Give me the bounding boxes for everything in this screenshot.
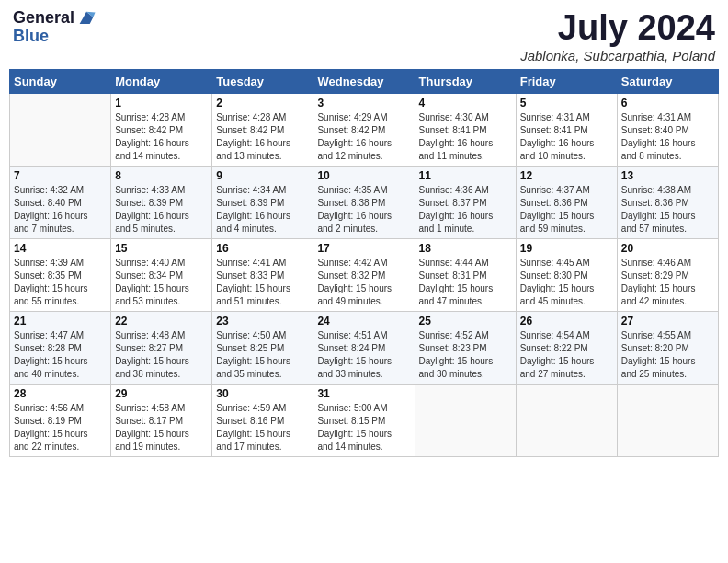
calendar-cell: 19Sunrise: 4:45 AM Sunset: 8:30 PM Dayli… <box>516 238 617 311</box>
day-info: Sunrise: 4:37 AM Sunset: 8:36 PM Dayligh… <box>520 184 613 236</box>
day-number: 8 <box>115 169 208 182</box>
day-info: Sunrise: 4:30 AM Sunset: 8:41 PM Dayligh… <box>419 111 512 163</box>
day-info: Sunrise: 4:48 AM Sunset: 8:27 PM Dayligh… <box>115 329 208 381</box>
day-number: 26 <box>520 315 613 327</box>
day-number: 13 <box>621 169 714 182</box>
calendar-week-row: 7Sunrise: 4:32 AM Sunset: 8:40 PM Daylig… <box>10 166 719 238</box>
day-info: Sunrise: 4:54 AM Sunset: 8:22 PM Dayligh… <box>520 329 613 381</box>
weekday-header-sunday: Sunday <box>10 69 111 93</box>
calendar-cell: 3Sunrise: 4:29 AM Sunset: 8:42 PM Daylig… <box>313 93 415 166</box>
calendar-cell: 23Sunrise: 4:50 AM Sunset: 8:25 PM Dayli… <box>212 311 313 384</box>
calendar-cell: 5Sunrise: 4:31 AM Sunset: 8:41 PM Daylig… <box>516 93 617 166</box>
calendar-cell: 24Sunrise: 4:51 AM Sunset: 8:24 PM Dayli… <box>313 311 415 384</box>
day-number: 2 <box>216 97 309 109</box>
calendar-cell: 22Sunrise: 4:48 AM Sunset: 8:27 PM Dayli… <box>111 311 212 384</box>
calendar-title: July 2024 <box>520 9 715 48</box>
day-info: Sunrise: 4:51 AM Sunset: 8:24 PM Dayligh… <box>317 329 410 381</box>
calendar-cell: 21Sunrise: 4:47 AM Sunset: 8:28 PM Dayli… <box>10 311 111 384</box>
calendar-cell: 27Sunrise: 4:55 AM Sunset: 8:20 PM Dayli… <box>617 311 718 384</box>
day-number: 16 <box>216 242 309 255</box>
calendar-cell <box>415 384 516 456</box>
day-number: 7 <box>14 169 107 182</box>
weekday-header-saturday: Saturday <box>617 69 718 93</box>
weekday-header-tuesday: Tuesday <box>212 69 313 93</box>
calendar-cell: 12Sunrise: 4:37 AM Sunset: 8:36 PM Dayli… <box>516 166 617 238</box>
day-number: 11 <box>419 169 512 182</box>
day-number: 15 <box>115 242 208 255</box>
day-info: Sunrise: 4:35 AM Sunset: 8:38 PM Dayligh… <box>317 184 410 236</box>
day-number: 12 <box>520 169 613 182</box>
calendar-cell: 11Sunrise: 4:36 AM Sunset: 8:37 PM Dayli… <box>415 166 516 238</box>
day-info: Sunrise: 4:32 AM Sunset: 8:40 PM Dayligh… <box>14 184 107 236</box>
calendar-cell: 25Sunrise: 4:52 AM Sunset: 8:23 PM Dayli… <box>415 311 516 384</box>
calendar-cell: 7Sunrise: 4:32 AM Sunset: 8:40 PM Daylig… <box>10 166 111 238</box>
calendar-week-row: 21Sunrise: 4:47 AM Sunset: 8:28 PM Dayli… <box>10 311 719 384</box>
day-info: Sunrise: 4:40 AM Sunset: 8:34 PM Dayligh… <box>115 257 208 308</box>
day-number: 25 <box>419 315 512 327</box>
day-info: Sunrise: 4:31 AM Sunset: 8:40 PM Dayligh… <box>621 111 714 163</box>
day-info: Sunrise: 5:00 AM Sunset: 8:15 PM Dayligh… <box>317 402 410 454</box>
day-info: Sunrise: 4:38 AM Sunset: 8:36 PM Dayligh… <box>621 184 714 236</box>
calendar-cell: 17Sunrise: 4:42 AM Sunset: 8:32 PM Dayli… <box>313 238 415 311</box>
day-info: Sunrise: 4:52 AM Sunset: 8:23 PM Dayligh… <box>419 329 512 381</box>
day-number: 10 <box>317 169 410 182</box>
calendar-cell: 28Sunrise: 4:56 AM Sunset: 8:19 PM Dayli… <box>10 384 111 456</box>
day-info: Sunrise: 4:45 AM Sunset: 8:30 PM Dayligh… <box>520 257 613 308</box>
day-number: 21 <box>14 315 107 327</box>
day-info: Sunrise: 4:46 AM Sunset: 8:29 PM Dayligh… <box>621 257 714 308</box>
calendar-week-row: 1Sunrise: 4:28 AM Sunset: 8:42 PM Daylig… <box>10 93 719 166</box>
day-number: 17 <box>317 242 410 255</box>
calendar-cell: 1Sunrise: 4:28 AM Sunset: 8:42 PM Daylig… <box>111 93 212 166</box>
calendar-cell: 6Sunrise: 4:31 AM Sunset: 8:40 PM Daylig… <box>617 93 718 166</box>
calendar-cell: 9Sunrise: 4:34 AM Sunset: 8:39 PM Daylig… <box>212 166 313 238</box>
calendar-cell: 10Sunrise: 4:35 AM Sunset: 8:38 PM Dayli… <box>313 166 415 238</box>
day-info: Sunrise: 4:47 AM Sunset: 8:28 PM Dayligh… <box>14 329 107 381</box>
day-info: Sunrise: 4:41 AM Sunset: 8:33 PM Dayligh… <box>216 257 309 308</box>
day-number: 28 <box>14 387 107 400</box>
day-info: Sunrise: 4:55 AM Sunset: 8:20 PM Dayligh… <box>621 329 714 381</box>
logo-icon <box>76 7 97 28</box>
calendar-cell <box>10 93 111 166</box>
calendar-cell: 16Sunrise: 4:41 AM Sunset: 8:33 PM Dayli… <box>212 238 313 311</box>
calendar-cell: 4Sunrise: 4:30 AM Sunset: 8:41 PM Daylig… <box>415 93 516 166</box>
day-number: 14 <box>14 242 107 255</box>
calendar-cell <box>617 384 718 456</box>
calendar-cell: 18Sunrise: 4:44 AM Sunset: 8:31 PM Dayli… <box>415 238 516 311</box>
day-number: 1 <box>115 97 208 109</box>
calendar-subtitle: Jablonka, Subcarpathia, Poland <box>520 48 715 63</box>
day-number: 30 <box>216 387 309 400</box>
calendar-week-row: 14Sunrise: 4:39 AM Sunset: 8:35 PM Dayli… <box>10 238 719 311</box>
calendar-cell: 2Sunrise: 4:28 AM Sunset: 8:42 PM Daylig… <box>212 93 313 166</box>
day-info: Sunrise: 4:56 AM Sunset: 8:19 PM Dayligh… <box>14 402 107 454</box>
day-number: 20 <box>621 242 714 255</box>
day-info: Sunrise: 4:33 AM Sunset: 8:39 PM Dayligh… <box>115 184 208 236</box>
day-number: 23 <box>216 315 309 327</box>
day-number: 3 <box>317 97 410 109</box>
day-info: Sunrise: 4:42 AM Sunset: 8:32 PM Dayligh… <box>317 257 410 308</box>
calendar-cell <box>516 384 617 456</box>
day-info: Sunrise: 4:50 AM Sunset: 8:25 PM Dayligh… <box>216 329 309 381</box>
calendar-cell: 14Sunrise: 4:39 AM Sunset: 8:35 PM Dayli… <box>10 238 111 311</box>
logo-text-blue: Blue <box>13 28 49 46</box>
day-info: Sunrise: 4:28 AM Sunset: 8:42 PM Dayligh… <box>115 111 208 163</box>
page-header: General Blue July 2024 Jablonka, Subcarp… <box>9 9 719 63</box>
calendar-cell: 13Sunrise: 4:38 AM Sunset: 8:36 PM Dayli… <box>617 166 718 238</box>
calendar-cell: 15Sunrise: 4:40 AM Sunset: 8:34 PM Dayli… <box>111 238 212 311</box>
day-number: 4 <box>419 97 512 109</box>
day-info: Sunrise: 4:34 AM Sunset: 8:39 PM Dayligh… <box>216 184 309 236</box>
weekday-header-row: SundayMondayTuesdayWednesdayThursdayFrid… <box>10 69 719 93</box>
logo: General Blue <box>13 9 97 46</box>
day-number: 31 <box>317 387 410 400</box>
calendar-table: SundayMondayTuesdayWednesdayThursdayFrid… <box>9 69 719 457</box>
day-info: Sunrise: 4:28 AM Sunset: 8:42 PM Dayligh… <box>216 111 309 163</box>
calendar-cell: 30Sunrise: 4:59 AM Sunset: 8:16 PM Dayli… <box>212 384 313 456</box>
day-number: 24 <box>317 315 410 327</box>
day-number: 19 <box>520 242 613 255</box>
day-number: 29 <box>115 387 208 400</box>
day-info: Sunrise: 4:36 AM Sunset: 8:37 PM Dayligh… <box>419 184 512 236</box>
day-number: 6 <box>621 97 714 109</box>
day-number: 22 <box>115 315 208 327</box>
day-info: Sunrise: 4:59 AM Sunset: 8:16 PM Dayligh… <box>216 402 309 454</box>
logo-text: General <box>13 9 74 28</box>
weekday-header-thursday: Thursday <box>415 69 516 93</box>
